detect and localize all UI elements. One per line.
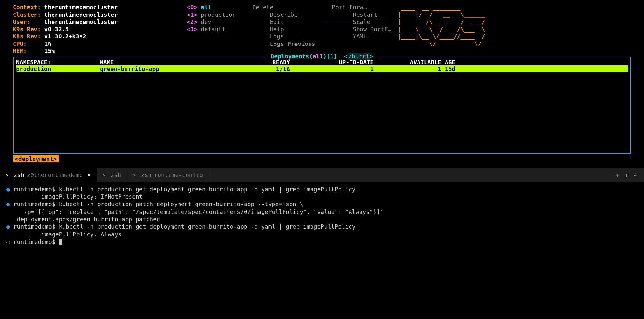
prompt-indicator-icon <box>6 216 10 223</box>
tab-title: zsh <box>141 172 152 178</box>
k9srev-value: v0.32.5 <box>44 26 69 33</box>
shortcuts-block: <0> all<1> production<2> dev<3> default … <box>187 4 391 47</box>
prompt-indicator-icon: ● <box>6 223 10 230</box>
terminal-line: ● runtimedemo$ kubectl -n production pat… <box>6 200 638 208</box>
user-value: theruntimedemocluster <box>44 18 118 25</box>
command-shortcuts-2: Port-Forw… Restart Scale Show PortF… YAM… <box>325 4 391 47</box>
mem-value: 15% <box>44 47 55 54</box>
k9srev-label: K9s Rev: <box>13 26 41 33</box>
ns-shortcut[interactable]: <0> all <box>187 4 236 11</box>
tab-title: zsh <box>14 172 24 178</box>
deployments-frame: Deployments(all)[1] </burri> NAMESPACE↑ … <box>13 57 631 154</box>
terminal-line: ● runtimedemo$ kubectl -n production get… <box>6 223 638 230</box>
cmd-shortcut[interactable]: Help <box>245 26 315 33</box>
prompt-indicator-icon <box>6 231 10 238</box>
cmd-shortcut[interactable]: Show PortF… <box>325 26 391 33</box>
cmd-shortcut[interactable]: Edit <box>245 18 315 26</box>
tabbar-actions: + ◫ ⋯ <box>615 172 644 178</box>
cmd-shortcut[interactable]: Logs Previous <box>245 40 315 48</box>
close-icon[interactable]: × <box>87 172 91 178</box>
prompt-indicator-icon: ● <box>6 186 10 193</box>
table-content: NAMESPACE↑ NAME READY UP-TO-DATE AVAILAB… <box>14 57 630 74</box>
terminal-line: ● runtimedemo$ kubectl -n production get… <box>6 185 638 193</box>
col-namespace[interactable]: NAMESPACE↑ <box>16 59 100 65</box>
table-row[interactable]: productiongreen-burrito-app1/1Δ11 15d <box>16 65 628 72</box>
new-tab-icon[interactable]: + <box>615 172 619 178</box>
cmd-shortcut[interactable]: Logs <box>245 33 315 40</box>
terminal-line: deployment.apps/green-burrito-app patche… <box>6 215 638 223</box>
cursor <box>59 239 62 245</box>
tab-subtitle: runtime-config <box>154 172 203 178</box>
terminal-tab[interactable]: >_zsh z0theruntimedemo× <box>0 168 97 182</box>
cluster-info: Context: theruntimedemocluster Cluster: … <box>13 4 187 55</box>
cmd-shortcut[interactable]: Restart <box>325 11 391 19</box>
col-ready[interactable]: READY <box>248 59 290 65</box>
k8srev-label: K8s Rev: <box>13 33 41 40</box>
col-available[interactable]: AVAILABLE <box>374 59 441 65</box>
terminal-icon: >_ <box>103 173 108 178</box>
prompt-indicator-icon: ○ <box>6 238 10 245</box>
tab-title: zsh <box>111 172 121 178</box>
cluster-value: theruntimedemocluster <box>44 11 118 18</box>
terminal-output[interactable]: ● runtimedemo$ kubectl -n production get… <box>0 182 644 249</box>
filter-input[interactable]: /burri <box>348 53 370 60</box>
cluster-label: Cluster: <box>13 11 41 18</box>
split-pane-icon[interactable]: ◫ <box>625 172 628 178</box>
frame-title: Deployments(all)[1] </burri> <box>264 53 379 60</box>
cpu-label: CPU: <box>13 40 27 47</box>
cpu-value: 1% <box>44 40 52 47</box>
prompt-indicator-icon <box>6 193 10 200</box>
user-label: User: <box>13 18 30 25</box>
tab-subtitle: z0theruntimedemo <box>27 172 82 178</box>
terminal-line: imagePullPolicy: Always <box>6 231 638 238</box>
header-row: Context: theruntimedemocluster Cluster: … <box>13 4 631 55</box>
resource-count: 1 <box>330 53 334 60</box>
ns-shortcut[interactable]: <2> dev <box>187 18 236 26</box>
table-header[interactable]: NAMESPACE↑ NAME READY UP-TO-DATE AVAILAB… <box>16 59 628 65</box>
cmd-shortcut[interactable]: Port-Forw… <box>325 4 391 11</box>
namespace-filter: all <box>312 53 323 60</box>
col-uptodate[interactable]: UP-TO-DATE <box>290 59 374 65</box>
terminal-tab[interactable]: >_zsh <box>97 168 127 182</box>
cmd-shortcut[interactable]: Describe <box>245 11 315 19</box>
command-shortcuts-1: Delete Describe Edit Help Logs Logs Prev… <box>245 4 315 47</box>
terminal-icon: >_ <box>6 173 11 178</box>
k9s-logo: ____ __ ________ | |/ / __ \______ | /\_… <box>398 4 488 47</box>
terminal-icon: >_ <box>133 173 139 178</box>
ns-shortcut[interactable]: <1> production <box>187 11 236 19</box>
cmd-shortcut[interactable]: YAML <box>325 33 391 40</box>
terminal-line: imagePullPolicy: IfNotPresent <box>6 193 638 200</box>
prompt-indicator-icon <box>6 208 10 215</box>
terminal-line: ○ runtimedemo$ <box>6 238 638 245</box>
more-icon[interactable]: ⋯ <box>634 172 638 178</box>
terminal-tabbar: >_zsh z0theruntimedemo×>_zsh>_zsh runtim… <box>0 168 644 182</box>
k9s-pane: Context: theruntimedemocluster Cluster: … <box>0 0 644 162</box>
namespace-shortcuts: <0> all<1> production<2> dev<3> default <box>187 4 236 47</box>
mem-label: MEM: <box>13 47 27 54</box>
prompt-indicator-icon: ● <box>6 201 10 207</box>
terminal-line: -p='[{"op": "replace", "path": "/spec/te… <box>6 208 638 215</box>
k8srev-value: v1.30.2+k3s2 <box>44 33 86 40</box>
col-age[interactable]: AGE <box>441 59 480 65</box>
cmd-shortcut[interactable]: Scale <box>325 18 391 26</box>
ns-shortcut[interactable]: <3> default <box>187 26 236 33</box>
col-name[interactable]: NAME <box>100 59 248 65</box>
terminal-tab[interactable]: >_zsh runtime-config <box>127 168 209 182</box>
context-label: Context: <box>13 4 41 11</box>
breadcrumb: <deployment> <box>13 155 59 162</box>
resource-type: Deployments <box>271 53 309 60</box>
cmd-shortcut[interactable]: Delete <box>245 4 315 11</box>
context-value: theruntimedemocluster <box>44 4 118 11</box>
